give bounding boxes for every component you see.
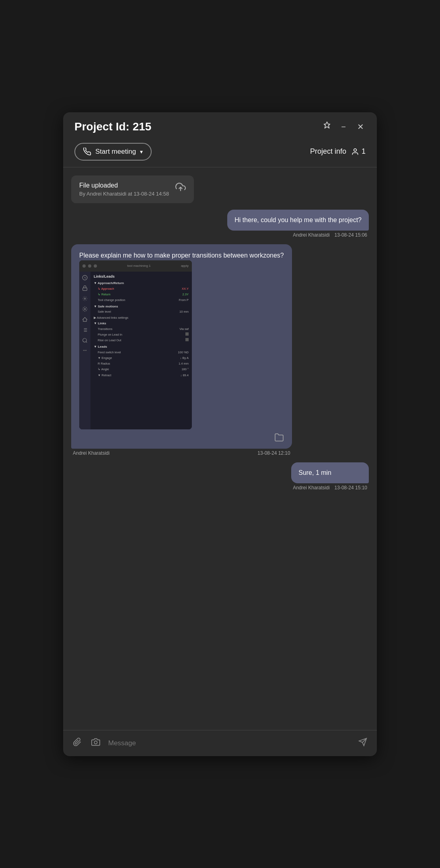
svg-point-5	[84, 308, 86, 310]
message-bubble: Please explain me how to make proper tra…	[71, 244, 292, 449]
svg-point-0	[354, 148, 357, 151]
camera-button[interactable]	[90, 736, 102, 750]
file-notification-title: File uploaded	[79, 182, 169, 189]
chevron-down-icon: ▾	[140, 148, 143, 155]
close-button[interactable]: ✕	[356, 121, 366, 132]
file-notification-subtitle: By Andrei Kharatsidi at 13-08-24 14:58	[79, 191, 169, 197]
svg-rect-3	[83, 288, 87, 290]
start-meeting-label: Start meeting	[95, 148, 136, 156]
svg-line-13	[86, 341, 87, 342]
project-info-area[interactable]: Project info 1	[310, 147, 366, 156]
svg-point-14	[94, 741, 97, 744]
upload-icon	[175, 182, 186, 195]
minimize-button[interactable]: −	[339, 121, 347, 132]
message-meta: Andrei Kharatsidi 13-08-24 15:06	[227, 232, 369, 238]
pin-icon[interactable]	[323, 121, 331, 132]
attach-button[interactable]	[71, 736, 83, 750]
message-sender: Andrei Kharatsidi	[293, 485, 329, 491]
message-bubble: Hi there, could you help me with the pro…	[227, 210, 369, 231]
message-outgoing-1: Hi there, could you help me with the pro…	[227, 210, 369, 238]
chat-area: File uploaded By Andrei Kharatsidi at 13…	[63, 167, 377, 730]
window-title: Project Id: 215	[74, 120, 151, 133]
folder-icon	[274, 433, 284, 442]
message-timestamp: 13-08-24 12:10	[257, 450, 290, 456]
message-meta: Andrei Kharatsidi 13-08-24 12:10	[71, 450, 292, 456]
user-count-badge: 1	[351, 147, 366, 156]
message-outgoing-2: Sure, 1 min Andrei Kharatsidi 13-08-24 1…	[291, 462, 369, 491]
message-input[interactable]	[108, 739, 350, 747]
message-timestamp: 13-08-24 15:06	[335, 232, 367, 238]
message-text: Sure, 1 min	[298, 469, 331, 476]
action-bar: Start meeting ▾ Project info 1	[63, 140, 377, 167]
file-notification: File uploaded By Andrei Kharatsidi at 13…	[71, 175, 194, 203]
svg-point-12	[83, 338, 86, 342]
chat-window: Project Id: 215 − ✕ Start meeting ▾ Proj…	[63, 112, 377, 756]
message-meta: Andrei Kharatsidi 13-08-24 15:10	[291, 485, 369, 491]
message-timestamp: 13-08-24 15:10	[335, 485, 367, 491]
message-text: Please explain me how to make proper tra…	[79, 252, 284, 259]
window-controls: − ✕	[323, 121, 366, 132]
user-count: 1	[362, 147, 366, 156]
screenshot-image: tool machining 1 apply	[79, 260, 192, 429]
svg-point-4	[84, 298, 86, 299]
title-bar: Project Id: 215 − ✕	[63, 112, 377, 140]
input-bar	[63, 730, 377, 756]
message-sender: Andrei Kharatsidi	[73, 450, 109, 456]
project-info-label: Project info	[310, 147, 346, 156]
start-meeting-button[interactable]: Start meeting ▾	[74, 143, 152, 161]
message-incoming-1: Please explain me how to make proper tra…	[71, 244, 292, 456]
send-button[interactable]	[357, 736, 369, 750]
message-sender: Andrei Kharatsidi	[293, 232, 329, 238]
message-text: Hi there, could you help me with the pro…	[234, 216, 362, 223]
message-bubble: Sure, 1 min	[291, 462, 369, 483]
